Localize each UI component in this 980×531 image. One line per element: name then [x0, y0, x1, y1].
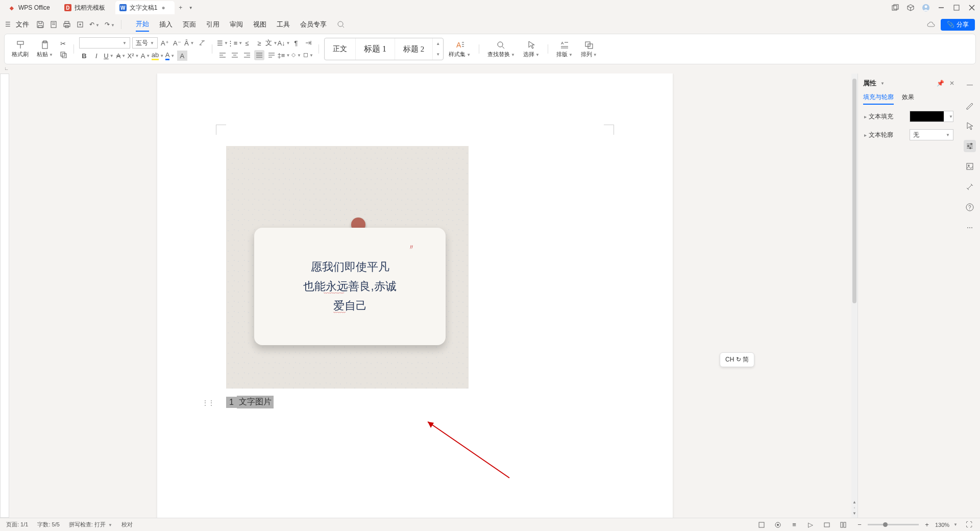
status-proof[interactable]: 校对	[121, 521, 133, 528]
zoom-out-icon[interactable]: −	[854, 520, 865, 530]
underline-icon[interactable]: U▼	[104, 51, 114, 61]
decrease-indent-icon[interactable]: ≤	[242, 38, 252, 48]
minimize-icon[interactable]	[937, 4, 945, 12]
zoom-dropdown-icon[interactable]: ▼	[953, 522, 958, 527]
align-center-icon[interactable]	[230, 50, 240, 60]
hamburger-icon[interactable]: ☰	[5, 21, 11, 28]
print-preview-icon[interactable]	[50, 20, 58, 29]
highlight-icon[interactable]: ab▼	[153, 51, 163, 61]
menu-tab-view[interactable]: 视图	[253, 18, 266, 31]
arrange-button[interactable]: 排列▼	[578, 40, 600, 58]
bullets-icon[interactable]: ☰▼	[217, 38, 228, 48]
zoom-in-icon[interactable]: +	[922, 520, 932, 530]
user-avatar-icon[interactable]	[922, 4, 930, 12]
menu-tab-tools[interactable]: 工具	[277, 18, 290, 31]
menu-tab-member[interactable]: 会员专享	[300, 18, 327, 31]
view-mode-6-icon[interactable]	[838, 520, 848, 530]
multi-window-icon[interactable]	[891, 4, 899, 12]
view-mode-3-icon[interactable]: ≡	[789, 520, 799, 530]
tab-dropdown-icon[interactable]: ▼	[186, 3, 196, 13]
share-button[interactable]: 📎 分享	[941, 19, 975, 31]
align-right-icon[interactable]	[242, 50, 252, 60]
tab-wps-office[interactable]: ◆ WPS Office	[4, 1, 59, 14]
font-name-select[interactable]: ▼	[79, 37, 130, 49]
style-scroll-up-icon[interactable]: ▲	[433, 38, 443, 49]
text-direction-icon[interactable]: 文▼	[266, 38, 277, 48]
style-heading-2[interactable]: 标题 2	[395, 38, 433, 60]
cube-icon[interactable]	[906, 4, 915, 12]
distribute-icon[interactable]	[266, 50, 277, 60]
align-left-icon[interactable]	[217, 50, 228, 60]
pin-panel-icon[interactable]: 📌	[937, 80, 944, 87]
input-method-indicator[interactable]: CH ↻ 简	[720, 352, 754, 367]
expand-text-fill-icon[interactable]: ▸	[864, 114, 867, 119]
cloud-icon[interactable]	[926, 21, 936, 28]
style-normal[interactable]: 正文	[325, 38, 356, 60]
redo-icon[interactable]: ↷▼	[105, 21, 115, 28]
drag-handle-icon[interactable]: ⋮⋮	[202, 399, 214, 406]
scroll-up-icon[interactable]: ▲	[852, 500, 856, 504]
strikethrough-icon[interactable]: A▼	[116, 51, 126, 61]
font-effect-icon[interactable]: A▼	[140, 51, 151, 61]
zoom-slider[interactable]	[868, 524, 919, 525]
view-mode-5-icon[interactable]	[822, 520, 832, 530]
layout-button[interactable]: A 排版▼	[553, 40, 576, 58]
scrollbar-thumb[interactable]	[852, 79, 856, 303]
shading-icon[interactable]: ▼	[291, 50, 301, 60]
document-canvas[interactable]: 愿我们即使平凡 也能永远善良,赤诚〰〰〰〰〰 爱自己〰〰〰 〃 1 文字图片 ⋮…	[9, 74, 851, 518]
cut-icon[interactable]: ✂	[58, 38, 68, 49]
status-page[interactable]: 页面: 1/1	[6, 521, 28, 528]
status-spellcheck[interactable]: 拼写检查: 打开 ▼	[69, 521, 112, 528]
close-panel-icon[interactable]: ✕	[949, 80, 954, 87]
increase-indent-icon[interactable]: ≥	[254, 38, 264, 48]
new-tab-button[interactable]: +	[176, 3, 186, 13]
menu-tab-reference[interactable]: 引用	[206, 18, 219, 31]
tab-close-icon[interactable]: ●	[161, 4, 165, 11]
save-icon[interactable]	[36, 20, 44, 29]
caption-number[interactable]: 1	[226, 397, 237, 408]
find-replace-button[interactable]: 查找替换▼	[484, 40, 518, 58]
file-menu[interactable]: 文件	[16, 20, 29, 29]
style-heading-1[interactable]: 标题 1	[356, 38, 395, 60]
style-set-button[interactable]: A 样式集▼	[446, 40, 474, 58]
menu-tab-start[interactable]: 开始	[136, 17, 149, 32]
more-icon[interactable]: ⋯	[964, 222, 976, 234]
menu-tab-page[interactable]: 页面	[183, 18, 196, 31]
numbering-icon[interactable]: ⋮≡▼	[230, 38, 240, 48]
prop-tab-effects[interactable]: 效果	[902, 93, 914, 105]
ruler-horizontal[interactable]: ∟	[0, 64, 980, 74]
paste-button[interactable]: 粘贴▼	[34, 40, 56, 58]
format-painter-button[interactable]: 格式刷	[9, 40, 32, 58]
caption-text[interactable]: 文字图片	[237, 396, 274, 408]
menu-tab-review[interactable]: 审阅	[230, 18, 243, 31]
undo-icon[interactable]: ↶▼	[89, 21, 100, 28]
scroll-drag-icon[interactable]: ◦	[854, 505, 855, 510]
line-spacing-icon[interactable]: ‡≡▼	[279, 50, 289, 60]
text-fill-color-select[interactable]: ▼	[910, 111, 953, 122]
ruler-tab-selector-icon[interactable]: ∟	[4, 66, 9, 71]
fullscreen-icon[interactable]: ⛶	[964, 520, 974, 530]
inserted-image[interactable]: 愿我们即使平凡 也能永远善良,赤诚〰〰〰〰〰 爱自己〰〰〰 〃	[226, 146, 469, 389]
vertical-scrollbar[interactable]: ▲ ◦ ▼	[851, 74, 857, 518]
zoom-value[interactable]: 130%	[935, 522, 949, 528]
properties-toggle-icon[interactable]	[964, 140, 976, 152]
increase-font-icon[interactable]: A⁺	[160, 38, 170, 48]
tabs-icon[interactable]	[303, 38, 313, 48]
view-mode-1-icon[interactable]	[756, 520, 767, 530]
font-size-select[interactable]: 五号▼	[132, 37, 158, 49]
close-icon[interactable]	[968, 4, 976, 12]
minimize-panel-icon[interactable]: —	[964, 79, 976, 91]
menu-tab-insert[interactable]: 插入	[159, 18, 173, 31]
italic-icon[interactable]: I	[91, 51, 102, 61]
bold-icon[interactable]: B	[79, 51, 89, 61]
borders-icon[interactable]: ▼	[303, 50, 313, 60]
ruler-vertical[interactable]	[0, 74, 9, 518]
panel-dropdown-icon[interactable]: ▼	[880, 81, 885, 86]
tools-icon[interactable]	[964, 181, 976, 193]
image-caption[interactable]: 1 文字图片	[226, 396, 604, 408]
decrease-font-icon[interactable]: A⁻	[172, 38, 182, 48]
font-color-icon[interactable]: A▼	[165, 51, 175, 61]
prop-tab-fill-outline[interactable]: 填充与轮廓	[863, 93, 894, 105]
clear-format-icon[interactable]	[197, 38, 207, 48]
copy-icon[interactable]	[58, 50, 68, 60]
